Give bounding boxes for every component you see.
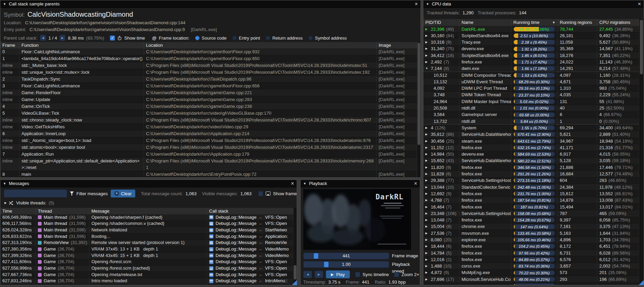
cpu-process-row[interactable]: ▶4,768(7)firefox.exe187.54 ms (0.81%)14,… — [423, 197, 639, 204]
expander-icon[interactable]: ▶ — [425, 125, 429, 131]
expander-icon[interactable]: ▶ — [425, 131, 429, 138]
expander-icon[interactable]: ▶ — [425, 263, 429, 269]
message-row[interactable]: 627,667,736nsGame(36,704)Opening /meta/r… — [0, 272, 293, 278]
column-running-regions[interactable]: Running regions — [558, 19, 597, 26]
callstack-frame-row[interactable]: 0Floor::CalcLightNoLuminanceC:\Users\wol… — [0, 48, 417, 55]
expander-icon[interactable]: ▶ — [425, 224, 429, 230]
close-icon[interactable]: × — [291, 181, 294, 186]
collapse-icon[interactable]: ▼ — [426, 2, 429, 6]
cpu-process-row[interactable]: ▶27,536(7)msvsmon.exe133.45 ms (0.58%)5,… — [423, 230, 639, 236]
message-callstack-cell[interactable]: DebugLog::Message←VFS::Open — [207, 272, 293, 278]
expander-icon[interactable]: ▶ — [425, 164, 429, 170]
expander-icon[interactable]: ▶ — [425, 46, 429, 52]
cpu-process-row[interactable]: ▶12,016(2)firefox.exe84.89 ms (0.37%)6,5… — [423, 256, 639, 263]
cpu-process-row[interactable]: ▶34,412(18)ScriptedSandbox64.exe1.85 s (… — [423, 52, 639, 59]
cpu-process-row[interactable]: ▶4(126)System1.55 s (6.70%)69,29434,400(… — [423, 125, 639, 131]
callstack-frame-row[interactable]: inlinestd::_Atomic_storage<bool,1>::load… — [0, 137, 417, 144]
cpu-process-row[interactable]: ▶35,812(88)ServiceHub.DataWarehou670.41 … — [423, 131, 639, 138]
cpu-process-row[interactable]: ▶15,004(8)chrome.exe147 ms (0.64%)7,1613… — [423, 224, 639, 230]
clear-button[interactable]: ×Clear — [111, 189, 135, 198]
step-back-button[interactable]: ◀ — [303, 271, 312, 278]
callstack-frame-row[interactable]: 6Application::InnerLoopC:\Users\wolf\Des… — [0, 130, 417, 137]
expander-icon[interactable]: ▶ — [425, 151, 429, 157]
callstack-frame-row[interactable]: inlinestd::atomic<bool>::operator boolC:… — [0, 144, 417, 151]
play-button[interactable]: ▶Play — [326, 270, 350, 278]
show-time-checkbox[interactable]: ✓ — [110, 35, 115, 41]
callstack-frame-row[interactable]: inlineVideo::GetTicksHiResC:\Users\wolf\… — [0, 124, 417, 130]
next-parent-button[interactable]: ▶ — [59, 35, 65, 41]
cpu-process-row[interactable]: ▶13,048(7)firefox.exe154.28 ms (0.67%)9,… — [423, 217, 639, 224]
expander-icon[interactable]: ▶ — [425, 158, 429, 164]
cpu-process-row[interactable]: ▶11,820(9)firefox.exe346.58 ms (1.50%)21… — [423, 164, 639, 171]
cpu-process-row[interactable]: ▶15,652(43)ServiceHub.DataWarehou580.22 … — [423, 158, 639, 164]
expander-icon[interactable]: ▶ — [425, 276, 429, 282]
message-callstack-cell[interactable]: DebugLog::Message←StartNetwo — [207, 227, 293, 233]
cpu-process-row[interactable]: ▶30,456(25)steam.exe643.61 ms (2.79%)34,… — [423, 138, 639, 144]
cpu-process-row[interactable]: ▶10,316(9)Tracy.exe2.18 s (9.45%)11,0585… — [423, 39, 639, 46]
callstack-frame-row[interactable]: inlinestd::unique_lock<std::mutex>::lock… — [0, 69, 417, 76]
callstack-frame-row[interactable]: 4Game::OnTickC:\Users\wolf\Desktop\darkr… — [0, 103, 417, 110]
expander-icon[interactable]: ▶ — [425, 250, 429, 256]
collapse-icon[interactable]: ▼ — [3, 2, 6, 6]
column-pid-tid[interactable]: PID/TID — [423, 19, 459, 26]
cpu-process-row[interactable]: ▶29,388(77)ServiceHub.SettingsHost273.15… — [423, 177, 639, 184]
radio-icon[interactable] — [232, 36, 237, 40]
message-callstack-cell[interactable]: DebugLog::Message←VFS::Open — [207, 214, 293, 220]
prev-parent-button[interactable]: ◀ — [40, 35, 46, 41]
message-callstack-cell[interactable]: DebugLog::Message←VFS::Open — [207, 266, 293, 272]
expander-icon[interactable]: ▶ — [425, 184, 429, 190]
cpu-process-row[interactable]: ▶14,984(50)devenv.exe584.69 ms (2.53%)6,… — [423, 151, 639, 158]
callstack-frame-row[interactable]: 5VideoGLBase::TickC:\Users\wolf\Desktop\… — [0, 110, 417, 117]
collapse-icon[interactable]: ▼ — [303, 182, 306, 185]
cpu-process-row[interactable]: 3,748DWM Token Thread23.37 ms (0.10%)4,0… — [423, 92, 639, 98]
message-callstack-cell[interactable]: DebugLog::Message←RemoteVie — [207, 240, 293, 246]
expander-icon[interactable]: ▶ — [425, 171, 429, 177]
cpu-process-row[interactable]: ▶11,828(6)firefox.exe291.26 ms (1.26%)16… — [423, 171, 639, 177]
radio-icon[interactable] — [266, 36, 270, 40]
step-forward-button[interactable]: ▶ — [314, 271, 323, 278]
radio-icon[interactable] — [308, 36, 313, 40]
expander-icon[interactable]: ▶ — [425, 26, 429, 32]
expander-icon[interactable]: ▶ — [425, 138, 429, 144]
expander-icon[interactable]: ▶ — [425, 237, 429, 243]
expander-icon[interactable]: ▶ — [425, 217, 429, 223]
radio-source-code[interactable]: Source code — [195, 35, 226, 41]
resize-grip[interactable] — [292, 280, 297, 285]
cpu-process-row[interactable]: ▶30,160(84)ScriptedSandbox64.exe2.51 s (… — [423, 32, 639, 39]
cpu-process-row[interactable]: 20,508ntdll.dll1.01 ms (0.00%)4025(62.50… — [423, 105, 639, 112]
column-name[interactable]: Name — [459, 19, 511, 26]
close-icon[interactable]: × — [414, 181, 417, 186]
expander-icon[interactable]: ▶ — [425, 177, 429, 184]
expander-icon[interactable]: ▶ — [425, 283, 429, 285]
cpu-process-row[interactable]: ▶31,340(75)devenv.exe1.91 s (8.26%)35,36… — [423, 46, 639, 52]
cpu-process-row[interactable]: ▶16,464(7)firefox.exe187 ms (0.81%)15,49… — [423, 204, 639, 210]
callstack-frame-row[interactable]: 1<lambda_84a19dc444fae966ca174e83e708bdc… — [0, 55, 417, 62]
cpu-process-row[interactable]: ▶11,152(12)firefox.exe632.15 ms (2.74%)4… — [423, 144, 639, 151]
frame-image-slider[interactable]: 441 — [303, 253, 389, 259]
message-row[interactable]: 606,049,398nsMain thread(31,596)Opening … — [0, 214, 293, 221]
cpu-process-row[interactable]: ▶12,692(9)firefox.exe231.76 ms (1.00%)15… — [423, 190, 639, 197]
cpu-process-row[interactable]: 24,964DWM Master Input Threa5.03 ms (0.0… — [423, 98, 639, 105]
message-row[interactable]: 627,399,326nsGame(36,704)VRAM 43x45: 15 … — [0, 253, 293, 259]
radio-symbol-address[interactable]: Symbol address — [308, 35, 347, 41]
cpu-process-row[interactable]: 3,564GameInput server69.68 us (0.00%)64(… — [423, 112, 639, 118]
radio-return-address[interactable]: Return address — [266, 35, 303, 41]
sync-timeline-checkbox[interactable] — [355, 272, 360, 277]
threads-expander-icon[interactable]: ▶ — [4, 201, 6, 204]
callstack-frame-row[interactable]: inlinestd::_Mutex_base::lockC:\Program F… — [0, 62, 417, 69]
callstack-scrollbar[interactable] — [417, 42, 421, 177]
message-callstack-cell[interactable]: DebugLog::Message←VFS::Open — [207, 221, 293, 227]
expander-icon[interactable]: ▶ — [425, 210, 429, 216]
show-frame-checkbox[interactable] — [258, 191, 263, 196]
zoom-2x-checkbox[interactable] — [394, 272, 399, 277]
message-row[interactable]: 627,831,246nsGame(36,704)Intro menu load… — [0, 278, 293, 285]
cpu-scrollbar[interactable] — [639, 19, 644, 285]
cpu-process-row[interactable]: ▶18,444(6)firefox.exe104.2 ms (0.45%)8,1… — [423, 243, 639, 250]
message-row[interactable]: 627,313,190nsRemoteView(31,392)Remote vi… — [0, 240, 293, 246]
expander-icon[interactable]: ▶ — [425, 144, 429, 150]
radio-icon[interactable] — [195, 36, 200, 40]
cpu-process-row[interactable]: ▶13,044(10)StandardCollector.Servic242.4… — [423, 184, 639, 190]
collapse-icon[interactable]: ▼ — [3, 182, 6, 185]
cpu-process-row[interactable]: 13,732ntdll.dll5.84 us (0.00%)10(0.00%) — [423, 118, 639, 125]
message-row[interactable]: 627,380,356nsGame(36,704)VRAM 37x45: 13 … — [0, 246, 293, 253]
